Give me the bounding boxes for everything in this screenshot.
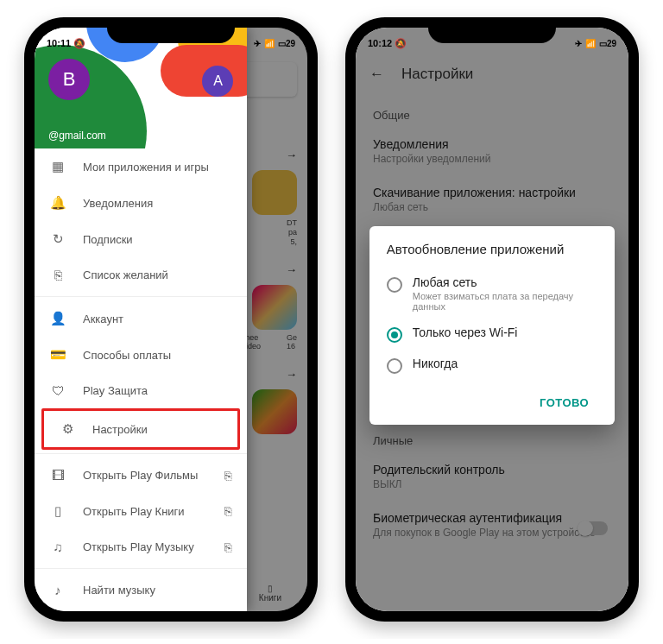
menu-icon: 🎞 bbox=[50, 468, 66, 483]
airplane-icon: ✈ bbox=[575, 39, 582, 48]
radio-icon bbox=[387, 277, 402, 293]
status-time: 10:11 🔕 bbox=[47, 38, 85, 49]
avatar-primary[interactable]: B bbox=[48, 59, 90, 100]
screen-right: 10:12 🔕 ✈ 📶 ▭29 ← Настройки Общие Уведом… bbox=[356, 28, 628, 611]
menu-label: Уведомления bbox=[83, 197, 231, 210]
phone-right: 10:12 🔕 ✈ 📶 ▭29 ← Настройки Общие Уведом… bbox=[345, 17, 639, 622]
radio-sublabel: Может взиматься плата за передачу данных bbox=[413, 291, 597, 312]
drawer-item[interactable]: ▯ Открыть Play Книги ⎘ bbox=[35, 493, 247, 529]
open-external-icon: ⎘ bbox=[224, 540, 231, 554]
menu-label: Настройки bbox=[92, 423, 222, 436]
auto-update-dialog: Автообновление приложений Любая сеть Мож… bbox=[369, 226, 615, 425]
menu-label: Открыть Play Фильмы bbox=[83, 469, 207, 482]
drawer-item[interactable]: 🛡 Play Защита bbox=[35, 373, 247, 408]
divider bbox=[35, 453, 247, 454]
menu-icon: ⚙ bbox=[60, 421, 75, 437]
menu-label: Подписки bbox=[83, 233, 231, 246]
menu-icon: ⎘ bbox=[50, 268, 66, 282]
drawer-item[interactable]: 💳 Способы оплаты bbox=[35, 337, 247, 373]
menu-icon: 🔔 bbox=[50, 195, 66, 211]
menu-icon: ▯ bbox=[50, 503, 66, 519]
menu-label: Открыть Play Музыку bbox=[83, 540, 207, 553]
radio-icon bbox=[387, 358, 402, 374]
status-right: ✈ 📶 ▭29 bbox=[254, 39, 295, 48]
radio-option[interactable]: Любая сеть Может взиматься плата за пере… bbox=[387, 268, 597, 319]
highlight-settings: ⚙ Настройки bbox=[41, 408, 240, 450]
status-right: ✈ 📶 ▭29 bbox=[575, 39, 616, 48]
open-external-icon: ⎘ bbox=[224, 469, 231, 483]
screen-left: 10:11 🔕 ✈ 📶 ▭29 н Вы → DT pa 5, bbox=[35, 28, 307, 611]
drawer-item[interactable]: ⚙ Настройки bbox=[44, 411, 237, 447]
wifi-icon: 📶 bbox=[585, 39, 596, 48]
nav-drawer: B A @gmail.com ▼ ▦ Мои приложения и игры… bbox=[35, 28, 247, 611]
dim-overlay[interactable] bbox=[247, 28, 307, 611]
bell-icon: 🔕 bbox=[395, 38, 407, 48]
drawer-item[interactable]: ♫ Открыть Play Музыку ⎘ bbox=[35, 529, 247, 565]
battery-icon: ▭29 bbox=[278, 39, 295, 48]
drawer-item[interactable]: ▦ Мои приложения и игры bbox=[35, 148, 247, 185]
dialog-title: Автообновление приложений bbox=[387, 242, 597, 256]
drawer-item[interactable]: ♪ Найти музыку bbox=[35, 572, 247, 608]
phone-left: 10:11 🔕 ✈ 📶 ▭29 н Вы → DT pa 5, bbox=[24, 17, 318, 622]
menu-icon: 🛡 bbox=[50, 383, 66, 398]
battery-label: 29 bbox=[286, 39, 295, 48]
menu-icon: ▦ bbox=[50, 159, 66, 174]
menu-icon: 👤 bbox=[50, 311, 66, 326]
radio-option[interactable]: Никогда bbox=[387, 350, 597, 381]
status-time: 10:12 🔕 bbox=[368, 38, 407, 49]
menu-label: Список желаний bbox=[83, 268, 231, 281]
radio-label: Никогда bbox=[413, 357, 458, 370]
notch bbox=[107, 17, 235, 43]
menu-label: Найти музыку bbox=[83, 584, 231, 597]
status-time-text: 10:12 bbox=[368, 38, 392, 48]
radio-label: Любая сеть bbox=[413, 275, 597, 289]
open-external-icon: ⎘ bbox=[224, 504, 231, 518]
drawer-menu: ▦ Мои приложения и игры 🔔 Уведомления ↻ … bbox=[35, 148, 247, 611]
divider bbox=[35, 568, 247, 569]
menu-icon: ♫ bbox=[50, 540, 66, 554]
drawer-item[interactable]: ↻ Подписки bbox=[35, 221, 247, 257]
account-email: @gmail.com bbox=[48, 129, 106, 142]
radio-option[interactable]: Только через Wi-Fi bbox=[387, 319, 597, 350]
wifi-icon: 📶 bbox=[264, 39, 275, 48]
status-time-text: 10:11 bbox=[47, 38, 71, 48]
notch bbox=[428, 17, 556, 43]
radio-label: Только через Wi-Fi bbox=[413, 325, 518, 339]
done-button[interactable]: ГОТОВО bbox=[531, 389, 597, 416]
menu-label: Способы оплаты bbox=[83, 349, 231, 362]
menu-label: Мои приложения и игры bbox=[83, 161, 231, 174]
airplane-icon: ✈ bbox=[254, 39, 261, 48]
menu-icon: ↻ bbox=[50, 231, 66, 247]
dialog-actions: ГОТОВО bbox=[387, 381, 597, 416]
drawer-item[interactable]: 🔔 Уведомления bbox=[35, 185, 247, 221]
battery-label: 29 bbox=[607, 39, 616, 48]
drawer-item[interactable]: ⎘ Список желаний bbox=[35, 257, 247, 293]
account-switcher[interactable]: @gmail.com ▼ bbox=[35, 129, 247, 142]
drawer-item[interactable]: 👤 Аккаунт bbox=[35, 300, 247, 337]
menu-icon: 💳 bbox=[50, 347, 66, 363]
menu-label: Аккаунт bbox=[83, 313, 231, 325]
drawer-item[interactable]: 🎞 Открыть Play Фильмы ⎘ bbox=[35, 458, 247, 493]
menu-label: Play Защита bbox=[83, 384, 231, 397]
caret-down-icon: ▼ bbox=[225, 131, 234, 141]
bell-icon: 🔕 bbox=[73, 38, 85, 48]
menu-icon: ♪ bbox=[50, 583, 66, 597]
divider bbox=[35, 296, 247, 297]
battery-icon: ▭29 bbox=[599, 39, 616, 48]
radio-icon bbox=[387, 327, 402, 343]
menu-label: Открыть Play Книги bbox=[83, 505, 207, 518]
